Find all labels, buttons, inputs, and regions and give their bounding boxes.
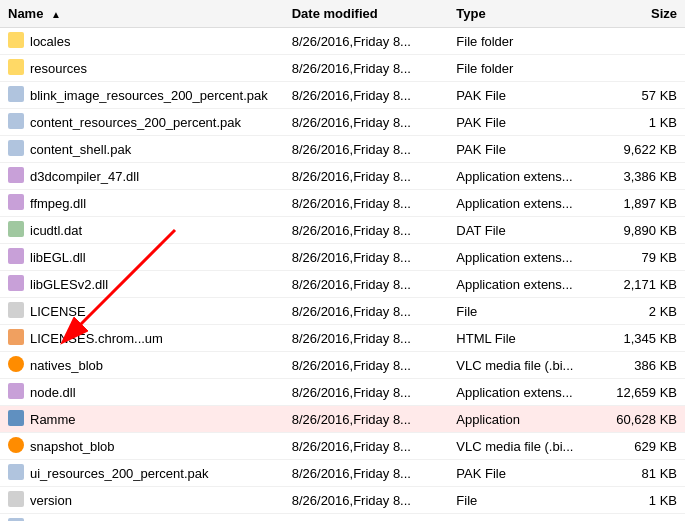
table-row[interactable]: content_shell.pak 8/26/2016,Friday 8... … — [0, 136, 685, 163]
file-name: version — [30, 493, 72, 508]
folder-icon — [8, 32, 24, 48]
file-type: Application extens... — [448, 190, 602, 217]
file-date: 8/26/2016,Friday 8... — [284, 352, 449, 379]
table-row[interactable]: ui_resources_200_percent.pak 8/26/2016,F… — [0, 460, 685, 487]
file-name-cell: ffmpeg.dll — [0, 190, 284, 217]
file-type: PAK File — [448, 109, 602, 136]
file-date: 8/26/2016,Friday 8... — [284, 82, 449, 109]
file-name: libGLESv2.dll — [30, 277, 108, 292]
table-row[interactable]: resources 8/26/2016,Friday 8... File fol… — [0, 55, 685, 82]
vlc-icon — [8, 437, 24, 453]
file-date: 8/26/2016,Friday 8... — [284, 379, 449, 406]
file-name-cell: Ramme — [0, 406, 284, 433]
file-type: Application extens... — [448, 244, 602, 271]
file-name: blink_image_resources_200_percent.pak — [30, 88, 268, 103]
file-size: 2 KB — [603, 298, 685, 325]
file-type: VLC media file (.bi... — [448, 352, 602, 379]
table-row[interactable]: LICENSES.chrom...um 8/26/2016,Friday 8..… — [0, 325, 685, 352]
col-size[interactable]: Size — [603, 0, 685, 28]
col-size-label: Size — [651, 6, 677, 21]
table-row[interactable]: d3dcompiler_47.dll 8/26/2016,Friday 8...… — [0, 163, 685, 190]
file-name-cell: LICENSES.chrom...um — [0, 325, 284, 352]
file-size: 9,890 KB — [603, 217, 685, 244]
file-name: ui_resources_200_percent.pak — [30, 466, 209, 481]
file-name-cell: node.dll — [0, 379, 284, 406]
table-row[interactable]: natives_blob 8/26/2016,Friday 8... VLC m… — [0, 352, 685, 379]
file-name-cell: d3dcompiler_47.dll — [0, 163, 284, 190]
table-row[interactable]: node.dll 8/26/2016,Friday 8... Applicati… — [0, 379, 685, 406]
file-size: 1 KB — [603, 109, 685, 136]
file-type: PAK File — [448, 514, 602, 522]
app-icon — [8, 410, 24, 426]
file-date: 8/26/2016,Friday 8... — [284, 28, 449, 55]
col-type[interactable]: Type — [448, 0, 602, 28]
file-name: content_shell.pak — [30, 142, 131, 157]
file-type: PAK File — [448, 82, 602, 109]
folder-icon — [8, 59, 24, 75]
file-date: 8/26/2016,Friday 8... — [284, 433, 449, 460]
col-name[interactable]: Name ▲ — [0, 0, 284, 28]
file-size: 79 KB — [603, 244, 685, 271]
table-row[interactable]: blink_image_resources_200_percent.pak 8/… — [0, 82, 685, 109]
pak-icon — [8, 140, 24, 156]
table-row[interactable]: content_resources_200_percent.pak 8/26/2… — [0, 109, 685, 136]
column-header-row: Name ▲ Date modified Type Size — [0, 0, 685, 28]
dll-icon — [8, 383, 24, 399]
file-size: 59 KB — [603, 514, 685, 522]
col-type-label: Type — [456, 6, 485, 21]
file-type: DAT File — [448, 217, 602, 244]
pak-icon — [8, 86, 24, 102]
file-name-cell: content_shell.pak — [0, 136, 284, 163]
file-size: 1,345 KB — [603, 325, 685, 352]
file-size: 57 KB — [603, 82, 685, 109]
file-type: PAK File — [448, 136, 602, 163]
col-date-label: Date modified — [292, 6, 378, 21]
file-name-cell: version — [0, 487, 284, 514]
dll-icon — [8, 167, 24, 183]
file-name-cell: views_resources_200_percent.pak — [0, 514, 284, 522]
table-row[interactable]: views_resources_200_percent.pak 8/26/201… — [0, 514, 685, 522]
file-name-cell: libGLESv2.dll — [0, 271, 284, 298]
file-name-cell: snapshot_blob — [0, 433, 284, 460]
file-size: 3,386 KB — [603, 163, 685, 190]
col-date[interactable]: Date modified — [284, 0, 449, 28]
file-name: Ramme — [30, 412, 76, 427]
table-row[interactable]: Ramme 8/26/2016,Friday 8... Application … — [0, 406, 685, 433]
file-explorer: Name ▲ Date modified Type Size — [0, 0, 685, 521]
file-name: LICENSES.chrom...um — [30, 331, 163, 346]
file-name: content_resources_200_percent.pak — [30, 115, 241, 130]
file-date: 8/26/2016,Friday 8... — [284, 244, 449, 271]
file-type: File folder — [448, 28, 602, 55]
file-name: node.dll — [30, 385, 76, 400]
file-type: HTML File — [448, 325, 602, 352]
file-date: 8/26/2016,Friday 8... — [284, 271, 449, 298]
file-type: VLC media file (.bi... — [448, 433, 602, 460]
file-list: Name ▲ Date modified Type Size — [0, 0, 685, 521]
table-row[interactable]: locales 8/26/2016,Friday 8... File folde… — [0, 28, 685, 55]
dll-icon — [8, 275, 24, 291]
file-date: 8/26/2016,Friday 8... — [284, 217, 449, 244]
file-size: 12,659 KB — [603, 379, 685, 406]
file-date: 8/26/2016,Friday 8... — [284, 136, 449, 163]
file-size: 81 KB — [603, 460, 685, 487]
file-date: 8/26/2016,Friday 8... — [284, 55, 449, 82]
file-name-cell: content_resources_200_percent.pak — [0, 109, 284, 136]
file-date: 8/26/2016,Friday 8... — [284, 298, 449, 325]
table-row[interactable]: version 8/26/2016,Friday 8... File 1 KB — [0, 487, 685, 514]
table-row[interactable]: ffmpeg.dll 8/26/2016,Friday 8... Applica… — [0, 190, 685, 217]
file-name: natives_blob — [30, 358, 103, 373]
file-name: icudtl.dat — [30, 223, 82, 238]
table-row[interactable]: icudtl.dat 8/26/2016,Friday 8... DAT Fil… — [0, 217, 685, 244]
table-row[interactable]: snapshot_blob 8/26/2016,Friday 8... VLC … — [0, 433, 685, 460]
dat-icon — [8, 221, 24, 237]
table-row[interactable]: LICENSE 8/26/2016,Friday 8... File 2 KB — [0, 298, 685, 325]
file-size: 1 KB — [603, 487, 685, 514]
file-name: d3dcompiler_47.dll — [30, 169, 139, 184]
file-size: 9,622 KB — [603, 136, 685, 163]
file-type: PAK File — [448, 460, 602, 487]
file-icon — [8, 302, 24, 318]
file-type: File — [448, 487, 602, 514]
table-row[interactable]: libGLESv2.dll 8/26/2016,Friday 8... Appl… — [0, 271, 685, 298]
file-type: Application extens... — [448, 163, 602, 190]
table-row[interactable]: libEGL.dll 8/26/2016,Friday 8... Applica… — [0, 244, 685, 271]
